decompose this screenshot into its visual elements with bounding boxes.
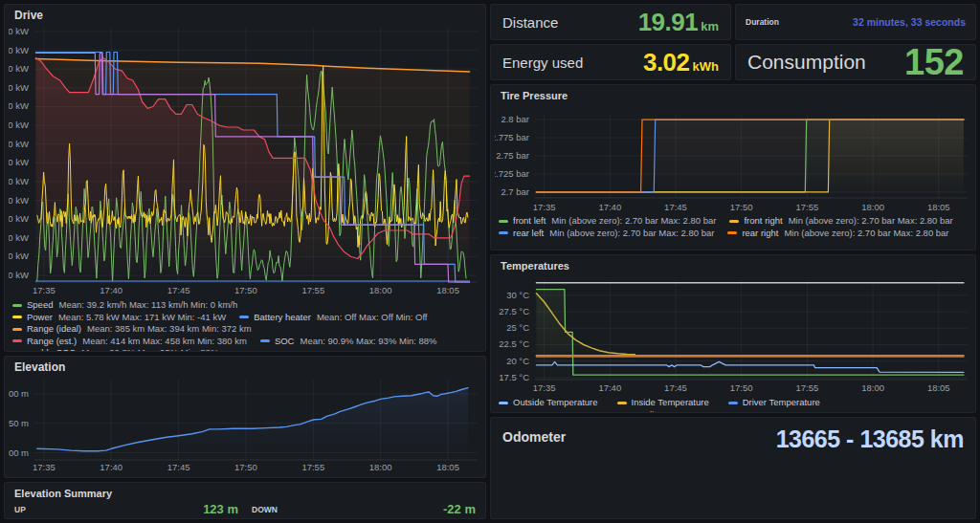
legend-item-range-ideal-[interactable]: Range (ideal)Mean: 385 km Max: 394 km Mi… (12, 323, 252, 336)
legend-swatch (499, 402, 508, 404)
tire-pressure-chart[interactable]: 2.8 bar2.775 bar2.75 bar2.725 bar2.7 bar… (495, 102, 973, 215)
legend-item-rear-left[interactable]: rear leftMin (above zero): 2.70 bar Max:… (499, 228, 714, 240)
svg-text:18:05: 18:05 (927, 202, 950, 212)
svg-text:300 m: 300 m (9, 388, 29, 399)
legend-series-stats: Mean: 414 km Max: 458 km Min: 380 km (82, 336, 247, 348)
legend-series-name[interactable]: front left (513, 215, 546, 228)
elevation-chart[interactable]: 300 m250 m200 m17:3517:4017:4517:5017:55… (9, 374, 483, 475)
svg-text:2.775 bar: 2.775 bar (495, 132, 529, 142)
legend-item-driver-temperature[interactable]: Driver Temperature (728, 397, 826, 409)
legend-series-name[interactable]: Range (ideal) (27, 323, 81, 336)
odometer-panel: Odometer 13665 - 13685 km (490, 417, 976, 519)
temperatures-chart[interactable]: 30 °C27.5 °C25 °C22.5 °C20 °C17.5 °C17:3… (495, 272, 973, 397)
svg-text:250 m: 250 m (9, 418, 29, 428)
drive-legend: SpeedMean: 39.2 km/h Max: 113 km/h Min: … (5, 299, 485, 352)
svg-text:17:35: 17:35 (533, 202, 556, 212)
svg-text:17:45: 17:45 (167, 285, 190, 295)
legend-series-name[interactable]: Driver Temperature (743, 397, 820, 409)
svg-text:17:50: 17:50 (234, 462, 257, 472)
svg-text:27.5 °C: 27.5 °C (499, 306, 529, 316)
legend-series-name[interactable]: Outside Temperature (513, 397, 598, 409)
energy-value-group: 3.02kWh (643, 48, 719, 77)
drive-panel-title[interactable]: Drive (5, 5, 485, 22)
legend-item-soc[interactable]: SOCMean: 90.9% Max: 93% Min: 88% (260, 336, 437, 348)
legend-series-stats: Mean: 90.9% Max: 93% Min: 88% (300, 336, 436, 348)
legend-item-speed[interactable]: SpeedMean: 39.2 km/h Max: 113 km/h Min: … (12, 299, 237, 312)
svg-text:18:00: 18:00 (369, 462, 392, 472)
legend-item-usable-soc[interactable]: usable SOCMean: 90.8% Max: 93% Min: 88% (12, 347, 218, 352)
svg-text:17:50: 17:50 (234, 285, 257, 295)
distance-value: 19.91 (638, 8, 699, 36)
energy-used-panel: Energy used 3.02kWh (490, 44, 731, 80)
legend-swatch (12, 339, 22, 342)
elevation-summary-row: UP 123 m DOWN -22 m (5, 500, 485, 516)
legend-series-name[interactable]: Speed (27, 299, 53, 312)
legend-series-name[interactable]: Passenger Temperature (513, 409, 610, 414)
legend-item-inside-temperature[interactable]: Inside Temperature (617, 397, 715, 409)
legend-item-front-right[interactable]: front rightMin (above zero): 2.70 bar Ma… (729, 215, 952, 228)
legend-swatch (499, 220, 508, 223)
svg-text:17:55: 17:55 (795, 202, 818, 212)
svg-text:2.8 bar: 2.8 bar (501, 114, 529, 124)
legend-series-name[interactable]: Battery heater (254, 312, 311, 324)
elevation-summary-title[interactable]: Elevation Summary (5, 483, 485, 500)
legend-series-stats: Min (above zero): 2.70 bar Max: 2.80 bar (551, 215, 716, 228)
temperatures-title[interactable]: Temperatures (491, 255, 975, 272)
legend-item-rear-right[interactable]: rear rightMin (above zero): 2.70 bar Max… (727, 228, 948, 240)
temperatures-panel: Temperatures 30 °C27.5 °C25 °C22.5 °C20 … (490, 254, 976, 413)
legend-series-stats: Min (above zero): 2.70 bar Max: 2.80 bar (549, 228, 714, 240)
energy-used-label: Energy used (502, 54, 583, 71)
legend-series-name[interactable]: SOC (275, 336, 295, 348)
legend-swatch (12, 328, 22, 331)
legend-series-name[interactable]: Inside Temperature (632, 397, 709, 409)
svg-text:60 kW: 60 kW (9, 157, 29, 167)
svg-text:20 °C: 20 °C (506, 356, 529, 366)
elevation-panel-title[interactable]: Elevation (5, 357, 485, 374)
down-label: DOWN (252, 505, 278, 514)
legend-series-name[interactable]: Fan status (707, 409, 749, 414)
legend-series-name[interactable]: Power (27, 312, 53, 324)
legend-swatch (727, 231, 737, 234)
legend-series-name[interactable]: Range (est.) (27, 336, 77, 348)
up-value: 123 m (203, 502, 238, 516)
legend-series-name[interactable]: rear left (513, 228, 544, 240)
svg-text:17:55: 17:55 (301, 285, 324, 295)
legend-series-name[interactable]: rear right (742, 228, 778, 240)
svg-text:17:35: 17:35 (533, 382, 556, 393)
svg-text:18:00: 18:00 (861, 382, 884, 393)
svg-text:120 kW: 120 kW (9, 100, 29, 111)
svg-text:18:05: 18:05 (436, 462, 459, 472)
legend-item-climate[interactable]: Climate (629, 409, 679, 414)
legend-series-stats: Min (above zero): 2.70 bar Max: 2.80 bar (789, 215, 953, 228)
legend-series-stats: Mean: 385 km Max: 394 km Min: 372 km (87, 323, 252, 336)
odometer-value: 13665 - 13685 km (776, 425, 964, 453)
legend-item-fan-status[interactable]: Fan status (693, 409, 755, 414)
legend-series-name[interactable]: front right (744, 215, 782, 228)
legend-swatch (12, 316, 22, 318)
svg-text:17:55: 17:55 (795, 382, 818, 393)
svg-text:0 kW: 0 kW (9, 213, 29, 224)
legend-item-power[interactable]: PowerMean: 5.78 kW Max: 171 kW Min: -41 … (12, 312, 226, 324)
consumption-label: Consumption (747, 51, 866, 74)
legend-item-passenger-temperature[interactable]: Passenger Temperature (499, 409, 615, 414)
drive-chart[interactable]: 200 kW180 kW160 kW140 kW120 kW100 kW80 k… (9, 22, 483, 299)
svg-text:17:35: 17:35 (33, 462, 56, 472)
legend-series-name[interactable]: usable SOC (27, 347, 76, 352)
consumption-value: 152 (904, 44, 964, 80)
svg-text:20 kW: 20 kW (9, 195, 29, 206)
energy-used-value: 3.02 (643, 48, 690, 76)
legend-item-battery-heater[interactable]: Battery heaterMean: Off Max: Off Min: Of… (239, 312, 427, 324)
legend-swatch (617, 402, 627, 404)
down-value: -22 m (443, 502, 476, 516)
legend-item-range-est-[interactable]: Range (est.)Mean: 414 km Max: 458 km Min… (12, 336, 247, 348)
elevation-down-stat: DOWN -22 m (252, 502, 476, 516)
tire-pressure-title[interactable]: Tire Pressure (491, 85, 975, 102)
legend-series-name[interactable]: Climate (643, 409, 674, 414)
legend-item-front-left[interactable]: front leftMin (above zero): 2.70 bar Max… (499, 215, 716, 228)
legend-item-outside-temperature[interactable]: Outside Temperature (499, 397, 604, 409)
elevation-panel: Elevation 300 m250 m200 m17:3517:4017:45… (4, 356, 486, 478)
distance-unit: km (701, 19, 719, 33)
consumption-panel: Consumption 152 (735, 44, 976, 80)
tire-pressure-legend: front leftMin (above zero): 2.70 bar Max… (491, 215, 975, 239)
svg-text:160 kW: 160 kW (9, 63, 29, 74)
